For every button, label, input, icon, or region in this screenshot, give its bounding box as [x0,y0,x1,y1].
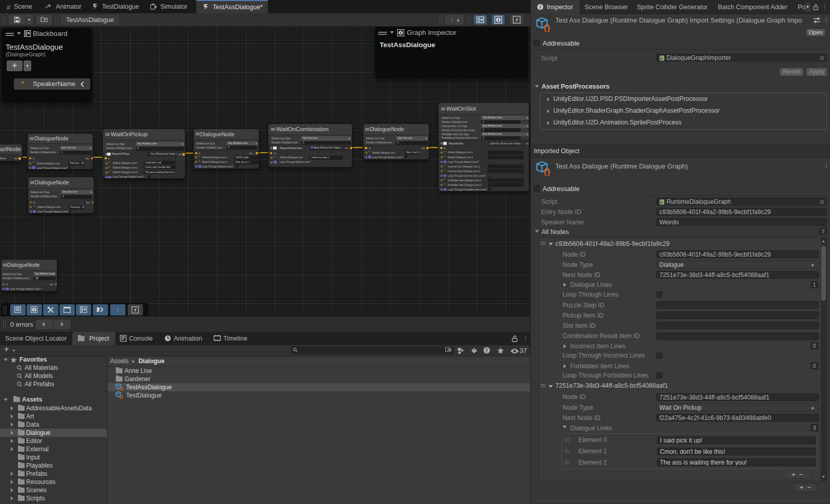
svg-text:#: # [660,200,663,205]
svg-text:#: # [660,56,663,61]
svg-text:{}: {} [544,166,551,176]
svg-text:{}: {} [544,23,551,32]
svg-text:{}: {} [119,386,123,391]
svg-text:{}: {} [119,394,123,400]
